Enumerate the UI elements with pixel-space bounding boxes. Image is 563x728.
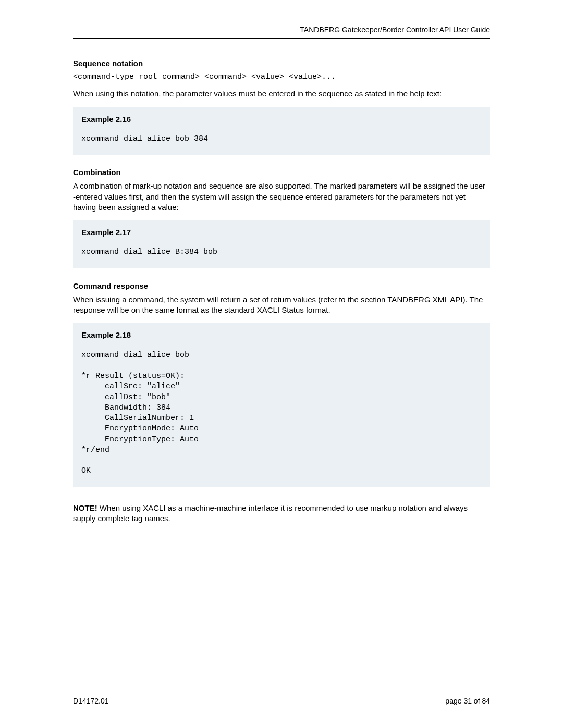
sequence-notation-body: When using this notation, the parameter … — [73, 89, 490, 99]
footer-doc-id: D14172.01 — [73, 696, 109, 706]
page: TANDBERG Gatekeeper/Border Controller AP… — [0, 0, 563, 728]
header-title: TANDBERG Gatekeeper/Border Controller AP… — [300, 26, 490, 34]
example-217-title: Example 2.17 — [81, 227, 482, 238]
section-title-combination: Combination — [73, 167, 490, 178]
note-text: When using XACLI as a machine-machine in… — [73, 503, 468, 523]
note-label: NOTE! — [73, 503, 97, 512]
example-218-code: xcommand dial alice bob *r Result (statu… — [81, 350, 482, 477]
example-217-box: Example 2.17 xcommand dial alice B:384 b… — [73, 220, 490, 268]
example-216-box: Example 2.16 xcommand dial alice bob 384 — [73, 107, 490, 155]
example-218-title: Example 2.18 — [81, 330, 482, 340]
example-216-title: Example 2.16 — [81, 114, 482, 125]
page-footer: D14172.01 page 31 of 84 — [73, 693, 490, 706]
note-box: NOTE! When using XACLI as a machine-mach… — [73, 500, 490, 527]
example-217-code: xcommand dial alice B:384 bob — [81, 247, 482, 257]
section-title-sequence-notation: Sequence notation — [73, 58, 490, 69]
example-216-code: xcommand dial alice bob 384 — [81, 134, 482, 144]
sequence-notation-code: <command-type root command> <command> <v… — [73, 72, 490, 82]
combination-body: A combination of mark-up notation and se… — [73, 181, 490, 213]
example-218-box: Example 2.18 xcommand dial alice bob *r … — [73, 323, 490, 487]
section-title-command-response: Command response — [73, 281, 490, 291]
footer-page-number: page 31 of 84 — [445, 696, 490, 706]
command-response-body: When issuing a command, the system will … — [73, 294, 490, 316]
page-header: TANDBERG Gatekeeper/Border Controller AP… — [73, 25, 490, 39]
